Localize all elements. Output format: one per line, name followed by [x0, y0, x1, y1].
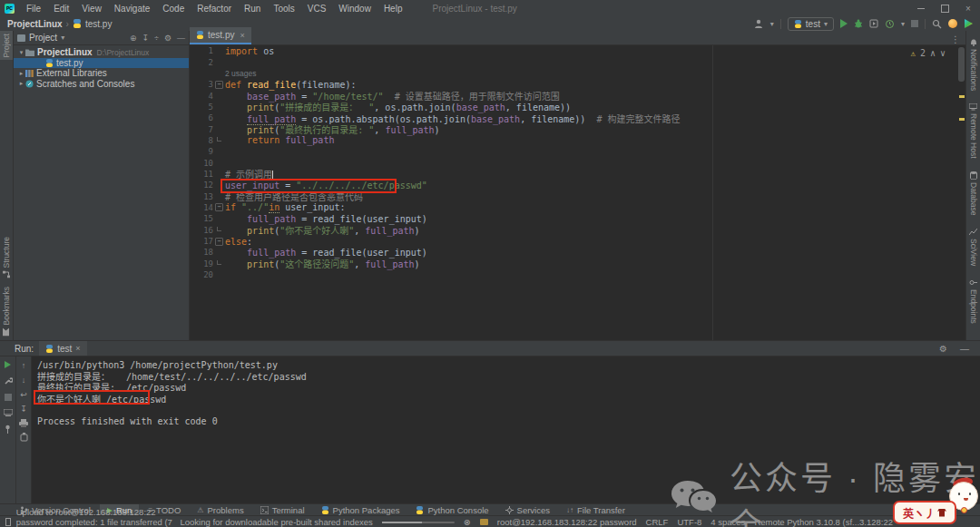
edit-config-wrench-icon[interactable] — [4, 376, 13, 385]
tool-button-remote-host[interactable]: Remote Host — [969, 103, 978, 159]
fold-indicator[interactable] — [213, 238, 225, 246]
close-button[interactable]: × — [956, 0, 980, 16]
code-line[interactable]: full_path = read_file(user_input) — [225, 248, 427, 258]
menu-item-view[interactable]: View — [75, 4, 108, 14]
print-icon[interactable] — [19, 419, 28, 427]
tool-button-sciview[interactable]: SciView — [969, 228, 978, 266]
interpreter-widget[interactable]: Remote Python 3.10.8 (sf...3.128:22 — [754, 517, 893, 527]
fold-indicator[interactable] — [213, 81, 225, 89]
warning-stripe-mark[interactable] — [959, 118, 965, 121]
tree-chevron-icon[interactable]: ▸ — [17, 80, 25, 87]
code-line[interactable]: else: — [225, 237, 252, 247]
fold-indicator[interactable] — [213, 262, 225, 265]
tool-button-bookmarks[interactable]: Bookmarks — [2, 287, 11, 337]
scroll-to-end-icon[interactable]: ↧ — [20, 405, 27, 414]
collapse-all-icon[interactable]: ÷ — [154, 34, 159, 43]
debug-button[interactable] — [854, 19, 863, 28]
user-icon[interactable] — [754, 19, 764, 28]
tool-button-database[interactable]: Database — [969, 171, 978, 215]
code-line[interactable]: full_path = read_file(user_input) — [225, 214, 427, 224]
warning-stripe-mark[interactable] — [959, 95, 965, 98]
menu-item-edit[interactable]: Edit — [47, 4, 75, 14]
menu-item-file[interactable]: File — [20, 4, 47, 14]
tool-button-notifications[interactable]: Notifications — [969, 38, 978, 91]
tree-item-test-py[interactable]: test.py — [14, 58, 189, 69]
remote-host-widget[interactable]: root@192.168.183.128:22 password — [497, 517, 637, 527]
code-line[interactable]: def read_file(filename): — [225, 80, 357, 90]
code-line[interactable]: # 示例调用 — [225, 167, 273, 181]
profiler-dropdown-icon[interactable]: ▾ — [901, 20, 905, 28]
tool-window-toggle-icon[interactable] — [5, 518, 11, 526]
run-button[interactable] — [840, 19, 848, 28]
clear-all-trash-icon[interactable] — [20, 433, 28, 442]
tool-button-project[interactable]: Project — [0, 31, 13, 60]
close-tab-icon[interactable]: × — [240, 31, 244, 40]
code-line[interactable]: import os — [225, 46, 274, 56]
tool-button-endpoints[interactable]: Endpoints — [969, 278, 978, 324]
expand-all-icon[interactable]: ↧ — [142, 34, 149, 43]
scrollbar-thumb[interactable] — [958, 47, 965, 82]
plugin-icon[interactable] — [964, 19, 973, 28]
breadcrumb-project[interactable]: ProjectLinux — [7, 19, 63, 29]
hide-panel-icon[interactable]: — — [177, 34, 185, 43]
tree-item-external-libraries[interactable]: ▸External Libraries — [14, 68, 189, 79]
inspection-widget[interactable]: ⚠ 2 ∧ ∨ — [910, 48, 946, 58]
code-line[interactable]: return full_path — [225, 135, 334, 145]
up-stacktrace-icon[interactable]: ↑ — [22, 361, 26, 370]
fold-indicator[interactable] — [213, 203, 225, 211]
menu-item-code[interactable]: Code — [156, 4, 191, 14]
stop-button[interactable] — [911, 20, 918, 27]
next-warning-icon[interactable]: ∨ — [940, 48, 946, 58]
tab-test-py[interactable]: test.py × — [190, 27, 251, 44]
menu-item-refactor[interactable]: Refactor — [191, 4, 238, 14]
stop-process-button[interactable] — [5, 394, 12, 401]
rerun-button[interactable] — [5, 361, 11, 368]
tool-button-structure[interactable]: Structure — [2, 237, 11, 278]
tree-chevron-icon[interactable]: ▸ — [17, 70, 25, 77]
pin-tab-icon[interactable] — [4, 425, 12, 434]
tree-item-projectlinux[interactable]: ▾ProjectLinuxD:\ProjectLinux — [14, 47, 189, 58]
fold-indicator[interactable] — [213, 139, 225, 142]
code-line[interactable]: print("最终执行的目录是: ", full_path) — [225, 122, 440, 136]
console-output[interactable]: /usr/bin/python3 /home/projectPython/tes… — [32, 356, 980, 504]
hide-run-panel-icon[interactable]: — — [960, 344, 969, 354]
editor-scrollbar[interactable] — [957, 45, 965, 340]
soft-wrap-icon[interactable]: ↩ — [20, 390, 27, 399]
breadcrumb-file[interactable]: test.py — [85, 19, 112, 29]
minimize-button[interactable] — [909, 0, 933, 16]
tab-options-icon[interactable]: ⋮ — [951, 34, 965, 44]
search-everywhere-icon[interactable] — [932, 19, 942, 29]
update-notification-icon[interactable] — [948, 19, 957, 28]
code-line[interactable]: # 检查用户路径是否包含恶意代码 — [225, 190, 363, 203]
encoding-widget[interactable]: UTF-8 — [677, 517, 701, 527]
panel-settings-gear-icon[interactable]: ⚙ — [164, 34, 172, 43]
profiler-button[interactable] — [885, 19, 895, 29]
prev-warning-icon[interactable]: ∧ — [930, 48, 936, 58]
down-stacktrace-icon[interactable]: ↓ — [22, 376, 26, 385]
code-line[interactable]: if "../"in user_input: — [225, 202, 345, 212]
menu-item-vcs[interactable]: VCS — [301, 4, 333, 14]
menu-item-run[interactable]: Run — [238, 4, 267, 14]
run-settings-gear-icon[interactable]: ⚙ — [939, 344, 947, 354]
menu-item-tools[interactable]: Tools — [267, 4, 300, 14]
maximize-button[interactable] — [933, 0, 956, 16]
menu-item-window[interactable]: Window — [332, 4, 377, 14]
user-dropdown-icon[interactable]: ▾ — [770, 20, 774, 28]
menu-item-navigate[interactable]: Navigate — [108, 4, 156, 14]
code-area[interactable]: 1import os22 usages3def read_file(filena… — [190, 45, 965, 340]
code-line[interactable]: user_input = "../../../../etc/passwd" — [225, 181, 427, 190]
project-view-dropdown-icon[interactable]: ▾ — [61, 34, 64, 42]
cancel-indexing-icon[interactable]: ⊗ — [464, 517, 471, 527]
run-tab-test[interactable]: test × — [39, 341, 86, 356]
menu-item-help[interactable]: Help — [377, 4, 409, 14]
close-run-tab-icon[interactable]: × — [75, 344, 80, 353]
line-ending-widget[interactable]: CRLF — [646, 517, 669, 527]
usages-hint[interactable]: 2 usages — [225, 69, 257, 78]
indent-widget[interactable]: 4 spaces — [710, 517, 745, 527]
tree-item-scratches-and-consoles[interactable]: ▸Scratches and Consoles — [14, 79, 189, 90]
project-panel-title[interactable]: Project — [29, 33, 57, 43]
tree-chevron-icon[interactable]: ▾ — [17, 49, 25, 56]
run-config-selector[interactable]: test ▾ — [788, 17, 834, 31]
coverage-button[interactable] — [869, 19, 878, 28]
fold-indicator[interactable] — [213, 229, 225, 231]
